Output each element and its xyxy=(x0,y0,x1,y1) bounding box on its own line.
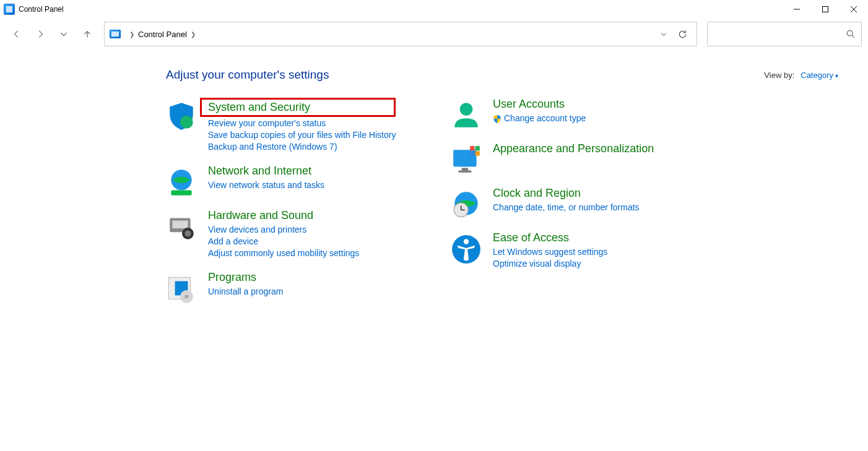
svg-line-5 xyxy=(852,35,854,38)
category-ease-access: Ease of Access Let Windows suggest setti… xyxy=(451,231,711,270)
link-optimize-visual[interactable]: Optimize visual display xyxy=(493,259,607,268)
svg-rect-22 xyxy=(475,146,480,150)
page-title: Adjust your computer's settings xyxy=(166,68,329,82)
svg-point-30 xyxy=(464,239,469,244)
link-devices-printers[interactable]: View devices and printers xyxy=(208,225,359,234)
highlight-box: System and Security xyxy=(200,98,396,117)
viewby-value: Category xyxy=(801,71,833,80)
column-right: User Accounts Change account type xyxy=(451,98,711,316)
svg-rect-24 xyxy=(475,151,480,155)
link-windows-suggest[interactable]: Let Windows suggest settings xyxy=(493,247,607,257)
accessibility-icon xyxy=(451,234,482,265)
control-panel-title-icon xyxy=(4,4,15,15)
search-icon xyxy=(846,30,855,38)
category-user-accounts: User Accounts Change account type xyxy=(451,98,711,131)
svg-point-4 xyxy=(847,30,853,36)
recent-locations-dropdown[interactable] xyxy=(53,24,74,45)
content-area: Adjust your computer's settings View by:… xyxy=(0,49,868,316)
header-row: Adjust your computer's settings View by:… xyxy=(166,64,838,98)
link-uninstall-program[interactable]: Uninstall a program xyxy=(208,286,283,296)
svg-rect-21 xyxy=(470,146,474,150)
svg-rect-20 xyxy=(459,171,472,173)
link-review-status[interactable]: Review your computer's status xyxy=(208,118,396,128)
svg-point-16 xyxy=(184,294,188,298)
svg-rect-1 xyxy=(823,7,828,12)
forward-button[interactable] xyxy=(30,24,51,45)
uac-shield-icon xyxy=(493,114,501,123)
svg-rect-23 xyxy=(470,151,474,155)
category-title-user-accounts[interactable]: User Accounts xyxy=(493,98,586,111)
category-title-network[interactable]: Network and Internet xyxy=(208,165,324,178)
minimize-button[interactable] xyxy=(783,0,811,19)
breadcrumb-root[interactable]: Control Panel xyxy=(138,30,187,39)
control-panel-icon xyxy=(110,30,121,38)
link-backup-restore[interactable]: Backup and Restore (Windows 7) xyxy=(208,142,396,152)
link-network-status[interactable]: View network status and tasks xyxy=(208,180,324,190)
svg-point-6 xyxy=(180,116,193,129)
search-input[interactable] xyxy=(714,29,846,40)
category-appearance: Appearance and Personalization xyxy=(451,142,711,176)
link-mobility-settings[interactable]: Adjust commonly used mobility settings xyxy=(208,248,359,258)
back-button[interactable] xyxy=(6,24,27,45)
category-hardware: Hardware and Sound View devices and prin… xyxy=(166,209,426,260)
printer-camera-icon xyxy=(166,212,197,243)
user-icon xyxy=(451,100,482,131)
category-network: Network and Internet View network status… xyxy=(166,165,426,198)
programs-icon xyxy=(166,273,197,304)
maximize-button[interactable] xyxy=(811,0,840,19)
category-programs: Programs Uninstall a program xyxy=(166,271,426,304)
chevron-right-icon[interactable]: ❯ xyxy=(126,31,138,38)
category-title-programs[interactable]: Programs xyxy=(208,271,283,284)
link-add-device[interactable]: Add a device xyxy=(208,236,359,246)
nav-row: ❯ Control Panel ❯ xyxy=(0,19,868,49)
titlebar: Control Panel xyxy=(0,0,868,19)
search-bar[interactable] xyxy=(707,22,862,46)
viewby-label: View by: xyxy=(764,71,794,80)
up-button[interactable] xyxy=(77,24,98,45)
address-history-dropdown[interactable] xyxy=(654,25,673,43)
close-button[interactable] xyxy=(840,0,868,19)
category-clock: Clock and Region Change date, time, or n… xyxy=(451,187,711,220)
link-file-history[interactable]: Save backup copies of your files with Fi… xyxy=(208,130,396,140)
link-change-account-type[interactable]: Change account type xyxy=(493,113,586,123)
refresh-button[interactable] xyxy=(673,25,692,43)
clock-globe-icon xyxy=(451,189,482,220)
column-left: System and Security Review your computer… xyxy=(166,98,426,316)
category-title-appearance[interactable]: Appearance and Personalization xyxy=(493,142,654,155)
category-system-security: System and Security Review your computer… xyxy=(166,98,426,153)
address-bar[interactable]: ❯ Control Panel ❯ xyxy=(104,22,697,46)
window-title: Control Panel xyxy=(19,5,64,14)
svg-point-12 xyxy=(184,230,191,236)
svg-rect-19 xyxy=(462,168,468,171)
globe-icon xyxy=(166,167,197,198)
category-title-hardware[interactable]: Hardware and Sound xyxy=(208,209,359,222)
svg-point-17 xyxy=(460,103,473,116)
category-title-ease[interactable]: Ease of Access xyxy=(493,231,607,244)
svg-rect-8 xyxy=(171,191,191,195)
monitor-icon xyxy=(451,145,482,176)
shield-icon xyxy=(166,100,197,131)
category-title-system-security[interactable]: System and Security xyxy=(208,101,310,113)
svg-rect-10 xyxy=(172,221,188,229)
chevron-right-icon[interactable]: ❯ xyxy=(187,31,199,38)
chevron-down-icon: ▾ xyxy=(835,72,838,79)
link-change-datetime[interactable]: Change date, time, or number formats xyxy=(493,202,640,212)
viewby-dropdown[interactable]: Category▾ xyxy=(801,71,838,80)
category-grid: System and Security Review your computer… xyxy=(166,98,838,316)
category-title-clock[interactable]: Clock and Region xyxy=(493,187,640,200)
